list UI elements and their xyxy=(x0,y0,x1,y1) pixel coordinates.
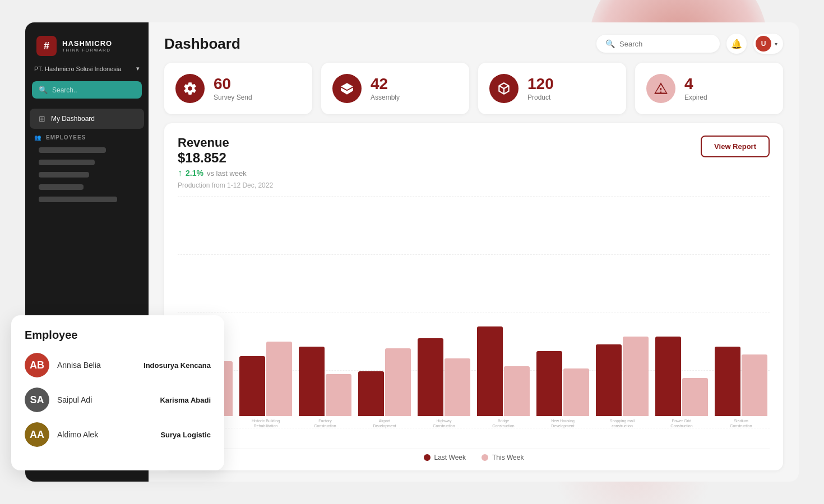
search-icon: 🔍 xyxy=(39,86,48,94)
employees-icon: 👥 xyxy=(34,134,41,141)
logo-text: HASHMICRO THINK FORWARD xyxy=(62,39,112,53)
stat-info-product: 120 Product xyxy=(527,76,554,101)
avatar-placeholder-2: AA xyxy=(25,422,49,447)
stats-row: 60 Survey Send 42 Assembly xyxy=(149,63,799,123)
bar-last-week-2 xyxy=(299,347,325,416)
stat-info-assembly: 42 Assembly xyxy=(371,76,400,101)
user-avatar-button[interactable]: U ▾ xyxy=(753,34,783,54)
company-name: PT. Hashmicro Solusi Indonesia xyxy=(34,66,121,72)
stat-icon-product xyxy=(489,74,519,103)
employee-name-1: Saipul Adi xyxy=(57,395,152,404)
avatar: U xyxy=(756,36,771,52)
chevron-down-icon: ▾ xyxy=(775,41,777,47)
sub-item-2[interactable] xyxy=(39,160,95,165)
cube-icon xyxy=(497,81,511,96)
employee-company-1: Karisma Abadi xyxy=(160,396,211,404)
stat-label-survey: Survey Send xyxy=(214,94,252,101)
stat-number-survey: 60 xyxy=(214,76,252,92)
bar-label-9: Stadium Construction xyxy=(730,418,752,428)
bar-label-2: Factory Construction xyxy=(314,418,336,428)
bar-this-week-9 xyxy=(742,354,767,416)
notification-button[interactable]: 🔔 xyxy=(726,34,747,54)
bar-last-week-3 xyxy=(358,371,384,416)
sidebar-item-label: My Dashboard xyxy=(51,115,95,123)
bar-last-week-8 xyxy=(655,337,681,416)
bar-group-5: Bridge Construction xyxy=(475,326,532,428)
employee-row-2: AA Aldimo Alek Surya Logistic xyxy=(25,422,211,447)
stat-info-expired: 4 Expired xyxy=(684,76,707,101)
stat-card-product: 120 Product xyxy=(478,63,626,114)
warn-icon xyxy=(654,81,668,96)
sidebar-sub-items xyxy=(25,143,149,207)
logo-icon: # xyxy=(36,36,57,56)
revenue-title: Revenue xyxy=(178,136,273,150)
company-selector[interactable]: PT. Hashmicro Solusi Indonesia ▾ xyxy=(34,65,140,72)
revenue-amount: $18.852 xyxy=(178,150,273,166)
bar-this-week-1 xyxy=(266,342,292,416)
stat-icon-expired xyxy=(646,74,675,103)
revenue-header: Revenue $18.852 ↑ 2.1% vs last week Prod… xyxy=(178,136,770,195)
main-search-box[interactable]: 🔍 xyxy=(596,35,720,53)
employee-row-1: SA Saipul Adi Karisma Abadi xyxy=(25,388,211,412)
sidebar-section-employees: 👥 EMPLOYEES xyxy=(25,130,149,143)
bar-last-week-1 xyxy=(239,356,265,416)
bar-label-3: Airport Development xyxy=(373,418,396,428)
sidebar-search-input[interactable] xyxy=(52,86,135,94)
page-title: Dashboard xyxy=(164,35,240,53)
bar-this-week-5 xyxy=(504,366,530,416)
stat-number-expired: 4 xyxy=(684,76,707,92)
sub-item-5[interactable] xyxy=(39,197,117,202)
view-report-button[interactable]: View Report xyxy=(701,136,770,157)
bar-last-week-6 xyxy=(536,351,562,416)
bar-group-7: Shopping mall construction xyxy=(594,326,651,428)
legend-label-this-week: This Week xyxy=(492,454,524,461)
chart-legend: Last Week This Week xyxy=(178,449,770,461)
brand-tagline: THINK FORWARD xyxy=(62,48,112,53)
bar-this-week-8 xyxy=(682,378,708,416)
sidebar-item-my-dashboard[interactable]: ⊞ My Dashboard xyxy=(30,109,144,129)
header-right: 🔍 🔔 U ▾ xyxy=(596,34,783,54)
employee-row-0: AB Annisa Belia Indosurya Kencana xyxy=(25,353,211,377)
sidebar-logo: # HASHMICRO THINK FORWARD xyxy=(25,22,149,65)
stat-label-assembly: Assembly xyxy=(371,94,400,101)
brand-name: HASHMICRO xyxy=(62,39,112,48)
legend-label-last-week: Last Week xyxy=(434,454,466,461)
box-icon xyxy=(340,81,354,96)
bar-group-6: New Housing Development xyxy=(534,326,591,428)
legend-item-last-week: Last Week xyxy=(424,454,466,461)
bar-last-week-5 xyxy=(477,326,503,416)
revenue-card: Revenue $18.852 ↑ 2.1% vs last week Prod… xyxy=(164,123,783,470)
stat-card-expired: 4 Expired xyxy=(635,63,783,114)
bar-last-week-4 xyxy=(418,338,443,416)
bar-this-week-6 xyxy=(563,368,589,416)
sub-item-1[interactable] xyxy=(39,147,106,153)
revenue-title-wrap: Revenue $18.852 ↑ 2.1% vs last week Prod… xyxy=(178,136,273,195)
legend-item-this-week: This Week xyxy=(482,454,524,461)
avatar-placeholder-1: SA xyxy=(25,388,49,412)
employee-popup: Employee AB Annisa Belia Indosurya Kenca… xyxy=(11,315,224,470)
stat-icon-assembly xyxy=(332,74,362,103)
stat-card-assembly: 42 Assembly xyxy=(321,63,469,114)
revenue-change: ↑ 2.1% vs last week xyxy=(178,168,273,178)
main-search-input[interactable] xyxy=(619,40,711,48)
sub-item-4[interactable] xyxy=(39,184,84,190)
chart-area: Renewable EnergyHistoric Building Rehabi… xyxy=(178,196,770,461)
employee-avatar-1: SA xyxy=(25,388,49,412)
bar-this-week-2 xyxy=(326,374,351,416)
stat-label-product: Product xyxy=(527,94,554,101)
bar-this-week-3 xyxy=(385,348,411,416)
sub-item-3[interactable] xyxy=(39,172,89,178)
up-arrow-icon: ↑ xyxy=(178,168,182,178)
employee-company-2: Surya Logistic xyxy=(160,431,211,439)
bar-last-week-9 xyxy=(715,347,740,416)
employee-avatar-0: AB xyxy=(25,353,49,377)
bar-group-4: Highway Construction xyxy=(415,326,473,428)
change-label: vs last week xyxy=(207,169,247,178)
bar-label-5: Bridge Construction xyxy=(492,418,514,428)
bar-this-week-4 xyxy=(445,358,470,416)
stat-card-survey: 60 Survey Send xyxy=(164,63,312,114)
employee-name-2: Aldimo Alek xyxy=(57,430,152,439)
sidebar-search-box[interactable]: 🔍 xyxy=(32,81,142,99)
stat-label-expired: Expired xyxy=(684,94,707,101)
header: Dashboard 🔍 🔔 U ▾ xyxy=(149,22,799,63)
